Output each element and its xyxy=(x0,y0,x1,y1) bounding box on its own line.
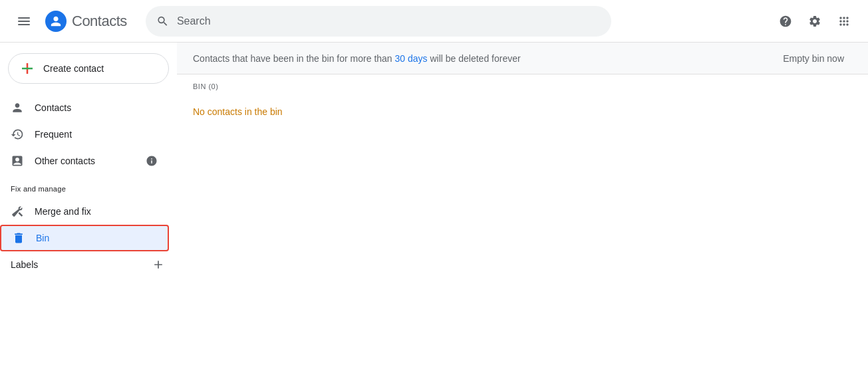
sidebar-item-contacts[interactable]: Contacts xyxy=(0,94,169,121)
build-icon xyxy=(11,205,24,218)
svg-rect-1 xyxy=(18,21,30,22)
apps-icon xyxy=(837,15,851,28)
frequent-label: Frequent xyxy=(35,129,72,140)
sidebar-item-bin[interactable]: Bin xyxy=(0,225,169,251)
settings-button[interactable] xyxy=(801,8,828,35)
sidebar-item-merge-fix[interactable]: Merge and fix xyxy=(0,198,169,225)
menu-button[interactable] xyxy=(11,8,37,35)
fix-manage-section-label: Fix and manage xyxy=(0,174,177,198)
sidebar-item-other-contacts[interactable]: Other contacts xyxy=(0,148,169,174)
account-box-icon xyxy=(11,154,24,168)
app-title: Contacts xyxy=(72,13,127,30)
search-icon xyxy=(156,15,169,28)
empty-bin-button[interactable]: Empty bin now xyxy=(775,48,852,69)
sidebar-item-frequent[interactable]: Frequent xyxy=(0,121,169,148)
no-contacts-message: No contacts in the bin xyxy=(177,96,868,128)
delete-icon xyxy=(12,231,25,245)
search-bar xyxy=(146,6,611,37)
create-contact-plus-icon xyxy=(19,61,35,76)
top-right-icons xyxy=(772,8,857,35)
help-icon xyxy=(779,15,792,28)
banner-message: Contacts that have been in the bin for m… xyxy=(193,53,764,64)
top-bar: Contacts xyxy=(0,0,868,43)
main-layout: Create contact Contacts Frequent xyxy=(0,43,868,381)
create-contact-button[interactable]: Create contact xyxy=(8,53,169,84)
help-button[interactable] xyxy=(772,8,799,35)
settings-icon xyxy=(808,15,821,28)
other-contacts-label: Other contacts xyxy=(35,156,95,166)
merge-fix-label: Merge and fix xyxy=(35,206,91,217)
svg-rect-2 xyxy=(18,24,30,25)
app-avatar xyxy=(45,11,67,32)
bin-label: Bin xyxy=(36,233,49,243)
create-contact-label: Create contact xyxy=(43,63,104,74)
bin-banner: Contacts that have been in the bin for m… xyxy=(177,43,868,74)
labels-label: Labels xyxy=(11,259,150,270)
add-label-button[interactable] xyxy=(150,257,166,273)
apps-button[interactable] xyxy=(831,8,857,35)
banner-highlight: 30 days xyxy=(395,53,428,64)
labels-row: Labels xyxy=(0,251,177,278)
svg-rect-0 xyxy=(18,17,30,19)
contacts-label: Contacts xyxy=(35,102,71,113)
bin-count-header: BIN (0) xyxy=(177,74,868,96)
sidebar: Create contact Contacts Frequent xyxy=(0,43,177,381)
content-area: Contacts that have been in the bin for m… xyxy=(177,43,868,381)
search-input[interactable] xyxy=(177,15,601,27)
person-icon xyxy=(11,101,24,114)
history-icon xyxy=(11,128,24,141)
info-icon xyxy=(145,154,158,168)
app-logo: Contacts xyxy=(45,11,127,32)
